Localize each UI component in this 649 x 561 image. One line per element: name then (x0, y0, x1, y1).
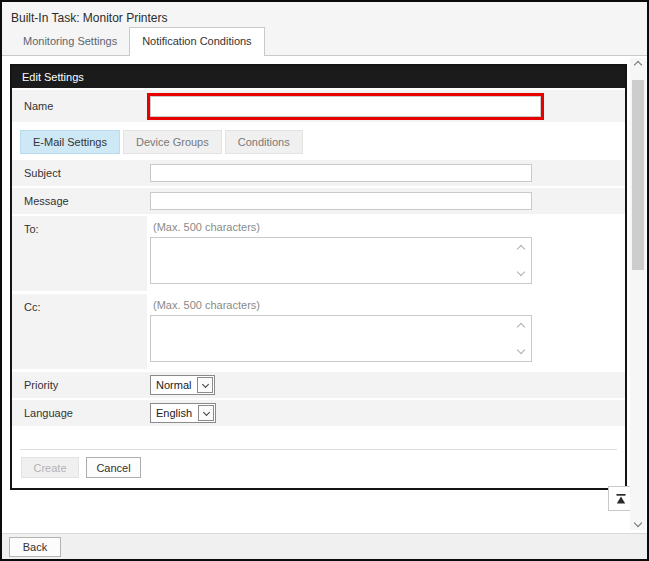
chevron-down-icon (634, 519, 642, 527)
subject-input[interactable] (150, 164, 532, 182)
name-row: Name (12, 90, 625, 122)
dropdown-button[interactable] (197, 377, 213, 393)
cc-textarea-scroll[interactable] (516, 324, 526, 353)
scrollbar-thumb[interactable] (632, 80, 644, 270)
back-button[interactable]: Back (9, 537, 61, 557)
subtab-device-groups[interactable]: Device Groups (123, 130, 222, 154)
language-selected-value: English (151, 404, 197, 422)
scrollbar-up-button[interactable] (630, 62, 646, 68)
name-label: Name (12, 100, 147, 112)
chevron-down-icon[interactable] (517, 346, 525, 354)
message-row: Message (12, 188, 625, 214)
to-textarea-scroll[interactable] (516, 246, 526, 275)
page-title: Built-In Task: Monitor Printers (2, 2, 647, 25)
subject-row: Subject (12, 160, 625, 186)
chevron-down-icon (202, 380, 209, 387)
subtab-conditions[interactable]: Conditions (225, 130, 303, 154)
footer-bar: Back (2, 533, 647, 559)
app-window: Built-In Task: Monitor Printers Monitori… (0, 0, 649, 561)
top-header: Built-In Task: Monitor Printers Monitori… (2, 2, 647, 56)
panel-header: Edit Settings (12, 66, 625, 88)
tabstrip: Monitoring Settings Notification Conditi… (2, 27, 647, 56)
chevron-up-icon[interactable] (517, 323, 525, 331)
scrollbar-down-button[interactable] (630, 520, 646, 526)
priority-label: Priority (12, 379, 147, 391)
chevron-down-icon[interactable] (517, 268, 525, 276)
tab-notification-conditions[interactable]: Notification Conditions (129, 27, 264, 56)
to-content: (Max. 500 characters) (147, 216, 532, 291)
cc-max-chars-hint: (Max. 500 characters) (153, 299, 532, 311)
priority-selected-value: Normal (151, 376, 196, 394)
to-row: To: (Max. 500 characters) (12, 216, 625, 291)
language-select[interactable]: English (150, 403, 216, 423)
priority-select[interactable]: Normal (150, 375, 215, 395)
chevron-up-icon[interactable] (517, 245, 525, 253)
message-input[interactable] (150, 192, 532, 210)
tab-monitoring-settings[interactable]: Monitoring Settings (11, 28, 129, 55)
dropdown-button[interactable] (198, 405, 214, 421)
to-max-chars-hint: (Max. 500 characters) (153, 221, 532, 233)
cc-textarea-box (150, 315, 532, 362)
to-textarea[interactable] (151, 238, 531, 283)
subtab-email-settings[interactable]: E-Mail Settings (20, 130, 120, 154)
subject-label: Subject (12, 167, 147, 179)
language-label: Language (12, 407, 147, 419)
to-label: To: (12, 216, 147, 291)
priority-row: Priority Normal (12, 372, 625, 398)
chevron-down-icon (203, 408, 210, 415)
chevron-up-icon (634, 61, 642, 69)
name-input[interactable] (150, 96, 541, 117)
edit-settings-panel: Edit Settings Name E-Mail Settings Devic… (10, 64, 627, 490)
vertical-scrollbar[interactable] (630, 58, 646, 530)
settings-subtabs: E-Mail Settings Device Groups Conditions (12, 124, 625, 160)
panel-button-row: Create Cancel (12, 450, 625, 488)
cc-label: Cc: (12, 294, 147, 369)
name-field-highlight (147, 93, 544, 120)
message-label: Message (12, 195, 147, 207)
create-button[interactable]: Create (21, 457, 79, 478)
to-textarea-box (150, 237, 532, 284)
cc-textarea[interactable] (151, 316, 531, 361)
language-row: Language English (12, 400, 625, 426)
cancel-button[interactable]: Cancel (86, 457, 141, 478)
content-area: Edit Settings Name E-Mail Settings Devic… (2, 57, 647, 533)
cc-content: (Max. 500 characters) (147, 294, 532, 369)
scroll-to-top-icon (615, 493, 627, 505)
cc-row: Cc: (Max. 500 characters) (12, 294, 625, 369)
